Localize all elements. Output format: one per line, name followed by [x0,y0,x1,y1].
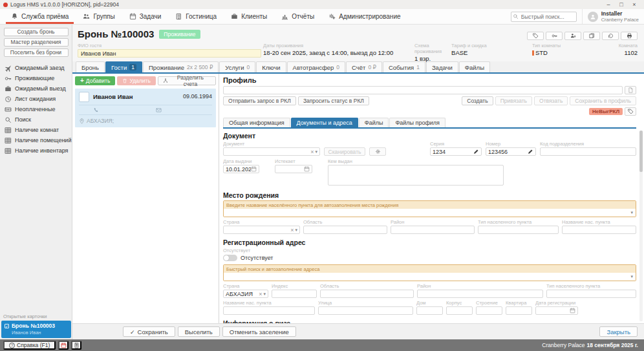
expires-field[interactable] [275,165,312,173]
open-card-booking[interactable]: Бронь №100003 Иванов Иван [1,321,71,338]
quick-search-input[interactable] [511,12,577,22]
sidebar-item-expected-departures[interactable]: Ожидаемый выезд [0,83,72,94]
sidebar-item-room-availability[interactable]: Наличие комнат [0,125,72,135]
sidebar-item-expected-arrivals[interactable]: Ожидаемый заезд [0,63,72,73]
scan-button[interactable]: Сканировать [324,147,365,156]
ra-regdate-field[interactable] [535,306,578,315]
bp-region-field[interactable] [303,226,387,234]
unit-code-field[interactable] [540,147,636,156]
ra-index-field[interactable] [272,290,317,298]
bp-district-field[interactable] [391,226,475,234]
sidebar-item-space-availability[interactable]: Наличие помещений [0,135,72,145]
chevron-down-icon[interactable] [263,292,266,297]
ra-building-field[interactable] [476,306,502,315]
tab-files[interactable]: Файлы [459,61,490,72]
delete-guest-button[interactable]: Удалить [117,76,155,85]
split-wizard-button[interactable]: Мастер разделения [4,38,69,47]
subtab-general-info[interactable]: Общая информация [223,118,290,127]
sidebar-item-search[interactable]: Поиск [0,114,72,125]
guest-card[interactable]: Иванов Иван 09.06.1994 АБХАЗИЯ; [75,89,216,127]
sidebar-item-inhouse-guests[interactable]: Проживающие [0,73,72,83]
ra-loctype-field[interactable] [546,290,636,298]
split-accounts-button[interactable]: Разделить счета [158,76,216,85]
sidebar-item-unpaid[interactable]: Неоплаченные [0,104,72,114]
chevron-down-icon[interactable] [630,274,633,279]
profile-tag-button[interactable] [625,107,636,116]
request-rkl-status-button[interactable]: Запросить статус в РКЛ [298,96,369,105]
ra-corpus-field[interactable] [446,306,473,315]
ra-street-field[interactable] [318,306,413,315]
tab-booking[interactable]: Бронь [76,61,105,72]
create-profile-button[interactable]: Создать [462,96,493,105]
send-rkl-request-button[interactable]: Отправить запрос в РКЛ [223,96,296,105]
address-quick-fill[interactable]: Быстрый поиск и автозаполнение адреса [223,264,636,281]
pencil-icon[interactable] [473,149,479,154]
attach-profile-button[interactable]: Привязать [495,96,532,105]
ra-locname-field[interactable] [223,306,315,315]
close-card-button[interactable]: Закрыть [599,326,638,337]
create-booking-button[interactable]: Создать бронь [4,28,69,36]
bp-country-combo[interactable] [223,226,300,234]
scan-settings-button[interactable] [369,147,386,156]
subtab-files[interactable]: Файлы [359,118,389,127]
menu-item-tasks[interactable]: Задачи [122,9,169,24]
tab-tasks[interactable]: Задачи [426,61,458,72]
user-menu[interactable]: Installer Cranberry Palace [582,9,644,24]
chevron-down-icon[interactable] [295,228,297,233]
clear-icon[interactable] [310,149,314,155]
guest-name-input[interactable] [78,49,261,58]
minimize-button[interactable]: – [602,0,615,9]
menu-item-reports[interactable]: Отчёты [274,9,321,24]
scrollbar-thumb[interactable] [639,131,643,172]
profile-card-button[interactable] [625,86,636,94]
bp-loctype-field[interactable] [478,226,559,234]
tab-keys[interactable]: Ключи [256,61,286,72]
tab-transfer[interactable]: Автотрансфер0 [287,61,346,72]
tab-services[interactable]: Услуги0 [219,61,255,72]
checkin-without-booking-button[interactable]: Поселить без брони [4,48,69,57]
checkout-button[interactable]: Выселить [178,326,220,337]
checkbox-icon[interactable] [5,324,9,328]
profile-search-input[interactable] [223,86,623,94]
document-type-combo[interactable] [223,147,320,156]
maximize-button[interactable]: □ [615,0,628,9]
clear-icon[interactable] [259,291,262,297]
absent-toggle[interactable] [223,255,237,261]
calendar-icon[interactable] [304,166,310,172]
bp-locname-field[interactable] [562,226,636,234]
save-button[interactable]: Сохранить [123,326,175,337]
chevron-down-icon[interactable] [630,210,633,215]
tag-button[interactable] [527,32,544,40]
menu-item-clients[interactable]: Клиенты [224,9,274,24]
menu-item-reception[interactable]: Служба приёма [4,9,76,24]
sidebar-item-inventory-availability[interactable]: Наличие инвентаря [0,145,72,156]
calendar-icon[interactable] [251,166,257,172]
subtab-documents-addresses[interactable]: Документы и адреса [291,118,358,127]
menu-item-administration[interactable]: Администрирование [321,9,407,24]
notifications-button[interactable] [58,341,69,350]
series-field[interactable] [430,147,482,156]
subtab-profile-files[interactable]: Файлы профиля [389,118,445,127]
guest-action-button[interactable] [564,32,581,40]
issuer-textarea[interactable] [328,165,504,186]
guest-photo-placeholder[interactable] [79,92,89,102]
cancel-checkin-button[interactable]: Отменить заселение [222,326,296,337]
close-button[interactable]: × [628,0,641,9]
help-button[interactable]: Справка (F1) [3,341,56,350]
issue-date-field[interactable] [223,165,259,173]
add-guest-button[interactable]: Добавить [75,76,115,85]
tab-accommodation[interactable]: Проживание2х 2 500 ₽ [143,61,219,72]
calculator-button[interactable] [71,341,81,350]
detach-profile-button[interactable]: Отвязать [534,96,568,105]
ra-house-field[interactable] [416,306,443,315]
number-field[interactable] [486,147,536,156]
tab-invoice[interactable]: Счёт0 ₽ [346,61,382,72]
sidebar-item-waiting-list[interactable]: Лист ожидания [0,94,72,104]
tab-guests[interactable]: Гости1 [105,61,142,72]
copy-button[interactable] [583,32,600,40]
vertical-scrollbar[interactable] [639,131,643,321]
chevron-down-icon[interactable] [315,149,317,154]
ra-country-combo[interactable] [223,290,268,298]
calendar-icon[interactable] [570,308,575,314]
clear-icon[interactable] [290,227,294,233]
